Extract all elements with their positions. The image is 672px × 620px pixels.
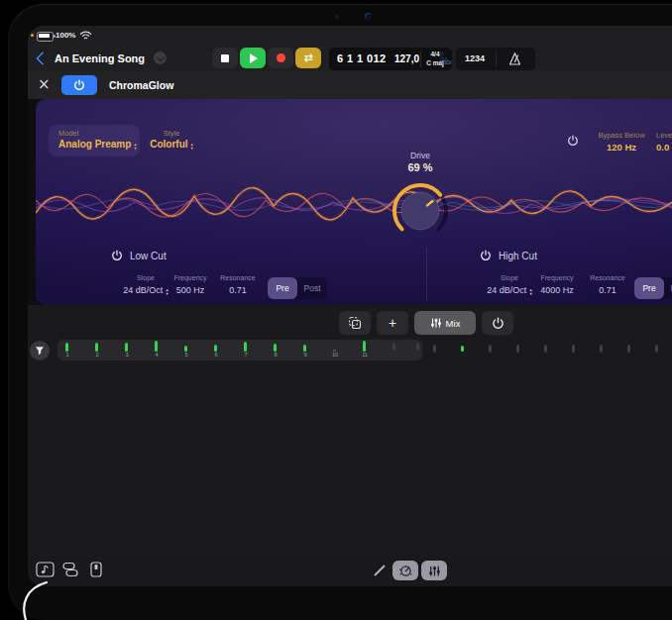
level-label: Leve xyxy=(656,131,672,140)
wifi-icon xyxy=(79,30,92,41)
nav-meter xyxy=(65,343,68,352)
song-title[interactable]: An Evening Song xyxy=(55,52,145,64)
add-track-button[interactable]: + xyxy=(377,311,408,335)
nav-meter-number: 11 xyxy=(354,352,376,358)
copy-icon xyxy=(348,316,362,330)
mixer-power-button[interactable] xyxy=(482,311,513,335)
nav-meter-number: 3 xyxy=(116,352,138,358)
metronome-icon[interactable] xyxy=(507,52,522,66)
playhead-position: 6 1 1 012 xyxy=(337,52,386,64)
mixer-navigator-viewport[interactable]: 1234567891011 xyxy=(57,340,422,361)
song-menu-button[interactable] xyxy=(154,52,167,64)
duplicate-button[interactable] xyxy=(339,311,371,335)
drive-knob[interactable] xyxy=(386,176,455,246)
bypass-power-icon[interactable] xyxy=(567,135,579,147)
knob-icon xyxy=(398,564,413,578)
model-label: Model xyxy=(58,129,78,138)
bypass-value[interactable]: 120 Hz xyxy=(582,142,661,153)
nav-tick xyxy=(600,345,603,353)
pre-button[interactable]: Pre xyxy=(268,277,297,299)
loops-browser-button[interactable] xyxy=(36,561,57,580)
nav-tick xyxy=(572,345,575,353)
nav-tick xyxy=(392,343,395,350)
record-icon xyxy=(277,53,285,62)
model-value: Analog Preamp▴▾ xyxy=(58,139,137,151)
power-icon xyxy=(73,79,85,91)
record-button[interactable] xyxy=(268,48,293,68)
mix-view-button[interactable]: Mix xyxy=(414,311,476,335)
nav-meter xyxy=(125,343,128,352)
updown-chevron-icon: ▴▾ xyxy=(191,143,193,151)
style-value: Colorful▴▾ xyxy=(137,139,206,151)
nav-tick xyxy=(544,345,547,353)
nav-tick xyxy=(489,345,492,353)
nav-meter xyxy=(274,344,277,352)
play-icon xyxy=(250,53,258,63)
nav-meter-number: 7 xyxy=(235,352,257,358)
post-button[interactable]: Post xyxy=(664,277,672,299)
nav-meter-number: 10 xyxy=(324,352,346,358)
highcut-title: High Cut xyxy=(499,251,537,261)
close-icon[interactable]: × xyxy=(38,75,51,93)
stop-icon xyxy=(221,54,229,62)
count-in-group: 1234 xyxy=(456,48,535,70)
play-button[interactable] xyxy=(240,48,266,68)
bypass-label: Bypass Below xyxy=(582,131,661,140)
filter-icon xyxy=(35,346,45,356)
nav-meter-number: 8 xyxy=(265,352,286,358)
back-chevron-icon[interactable] xyxy=(36,52,50,65)
highcut-power-icon[interactable] xyxy=(480,250,492,261)
power-icon xyxy=(492,317,504,330)
chevron-down-icon xyxy=(156,53,164,61)
lowcut-res-value[interactable]: 0.71 xyxy=(202,285,274,295)
bottom-toolbar xyxy=(28,555,672,586)
lcd-display[interactable]: 6 1 1 012 127,0 4/4 C maj In Out MIDI xyxy=(329,48,452,70)
post-button[interactable]: Post xyxy=(297,277,327,299)
cycle-button[interactable]: ⇄ xyxy=(295,48,321,68)
pre-button[interactable]: Pre xyxy=(634,277,664,299)
drive-label: Drive xyxy=(373,151,468,160)
nav-meter xyxy=(363,341,366,352)
nav-meter-number: 6 xyxy=(205,352,227,358)
style-select[interactable]: Style Colorful▴▾ xyxy=(137,125,206,156)
mixer-view-button[interactable] xyxy=(421,561,447,580)
nav-meter xyxy=(155,341,158,352)
status-bar: 100% xyxy=(28,26,672,46)
nav-meter xyxy=(244,342,247,352)
lowcut-res-label: Resonance xyxy=(202,274,274,281)
battery-percent: 100% xyxy=(56,31,75,40)
plugin-title-bar: × ChromaGlow xyxy=(28,71,672,100)
faders-icon xyxy=(428,565,441,577)
plugins-button[interactable] xyxy=(61,561,83,580)
lowcut-title: Low Cut xyxy=(130,251,167,261)
keyboard-button[interactable] xyxy=(87,561,109,580)
nav-tick xyxy=(461,346,464,352)
highcut-res-value[interactable]: 0.71 xyxy=(577,285,638,295)
model-select[interactable]: Model Analog Preamp▴▾ xyxy=(49,125,140,156)
drive-value: 69 % xyxy=(373,161,468,173)
nav-meter xyxy=(95,343,98,352)
plugin-power-button[interactable] xyxy=(61,75,97,95)
nav-meter-number: 2 xyxy=(86,352,108,358)
nav-meter-number: 5 xyxy=(175,352,197,358)
nav-tick xyxy=(627,345,630,353)
transport-bar: An Evening Song ⇄ 6 1 1 012 127,0 4/4 C … xyxy=(28,46,672,71)
nav-meter xyxy=(214,345,217,352)
chromaglow-panel: Model Analog Preamp▴▾ Style Colorful▴▾ D… xyxy=(36,99,672,305)
privacy-indicator-dot xyxy=(31,34,34,37)
nav-tick xyxy=(516,345,519,353)
nav-tick xyxy=(433,345,436,353)
filter-button[interactable] xyxy=(30,341,50,361)
lowcut-prepost-toggle: Pre Post xyxy=(268,277,327,299)
nav-meter-number: 9 xyxy=(294,352,316,358)
count-in-button[interactable]: 1234 xyxy=(465,53,485,63)
highcut-res-label: Resonance xyxy=(577,274,638,281)
nav-meter-number: 4 xyxy=(146,352,168,358)
pencil-button[interactable] xyxy=(373,564,387,577)
smart-controls-button[interactable] xyxy=(392,561,418,580)
lowcut-power-icon[interactable] xyxy=(111,250,123,261)
battery-icon xyxy=(37,32,54,42)
level-value[interactable]: 0.0 xyxy=(656,142,672,153)
camera-sensor xyxy=(365,13,372,20)
stop-button[interactable] xyxy=(212,48,238,68)
